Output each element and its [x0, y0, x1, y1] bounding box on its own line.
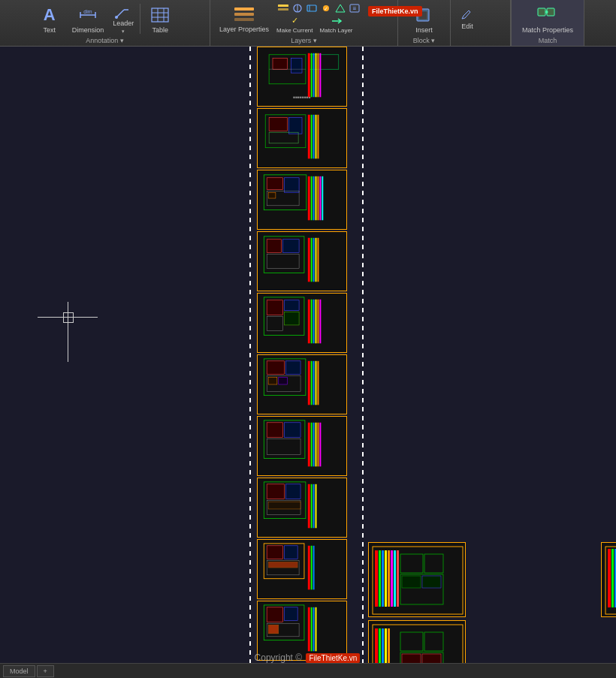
table-label: Table [152, 26, 169, 34]
floor-plan-6 [257, 354, 347, 414]
svg-rect-131 [313, 546, 315, 590]
edit-icon [458, 8, 476, 23]
svg-rect-42 [316, 53, 317, 98]
svg-rect-11 [234, 8, 254, 11]
text-icon: A [38, 4, 62, 26]
edit-button[interactable]: Edit [455, 6, 479, 32]
text-button[interactable]: A Text [33, 1, 66, 37]
svg-rect-110 [316, 423, 317, 467]
dashed-line-left [249, 47, 251, 678]
svg-line-28 [469, 11, 470, 12]
svg-rect-15 [278, 8, 288, 11]
layer-icon-1[interactable] [276, 2, 290, 14]
dashed-line-right [362, 47, 364, 678]
svg-rect-120 [311, 484, 313, 529]
svg-rect-101 [317, 361, 319, 405]
layer-icon-5[interactable] [334, 2, 347, 14]
work-area: ■■■■■■■■ [0, 47, 616, 678]
model-tab[interactable]: Model [3, 665, 35, 677]
dimension-button[interactable]: dim Dimension [68, 1, 109, 37]
match-label: Match Properties [522, 26, 573, 34]
svg-rect-99 [313, 361, 315, 405]
layers-top-row: Layer Properties ✓ [215, 0, 361, 36]
svg-rect-155 [402, 576, 421, 588]
svg-rect-139 [311, 607, 313, 652]
layer-icon-4[interactable]: ✓ [319, 2, 333, 14]
layer-properties-label: Layer Properties [219, 26, 269, 33]
block-label: Block ▾ [398, 37, 450, 44]
svg-rect-60 [268, 192, 276, 198]
svg-rect-98 [311, 361, 313, 405]
match-layer-button[interactable]: Match Layer [320, 15, 353, 34]
svg-rect-48 [288, 118, 302, 134]
svg-rect-138 [308, 607, 310, 652]
svg-rect-116 [286, 484, 301, 499]
svg-rect-57 [267, 178, 282, 190]
dimension-icon: dim [76, 4, 100, 26]
svg-rect-95 [268, 377, 277, 384]
svg-rect-151 [397, 550, 399, 607]
layer-properties-button[interactable]: Layer Properties [215, 0, 273, 36]
svg-rect-52 [313, 115, 315, 159]
svg-rect-135 [285, 607, 298, 621]
svg-rect-130 [311, 546, 313, 590]
cad-canvas[interactable]: ■■■■■■■■ [0, 47, 616, 678]
svg-text:✓: ✓ [324, 6, 328, 11]
match-properties-icon [536, 4, 560, 26]
svg-rect-144 [375, 550, 378, 607]
edit-row: Edit [455, 6, 479, 32]
svg-rect-77 [317, 238, 319, 282]
table-button[interactable]: Table [143, 1, 177, 37]
layer-icon-3[interactable] [305, 2, 319, 14]
layer-icons-group: ✓ ≡ ✓ [276, 2, 361, 34]
layer-icon-2[interactable] [291, 2, 304, 14]
svg-rect-12 [234, 13, 254, 16]
floor-plans-column: ■■■■■■■■ [257, 47, 355, 662]
logo-text: FileThietKe.vn [372, 8, 418, 15]
match-properties-button[interactable]: Match Properties [518, 2, 578, 35]
edit-label: Edit [461, 23, 473, 30]
svg-rect-67 [322, 176, 323, 220]
leader-button[interactable]: Leader [110, 3, 137, 29]
svg-text:dim: dim [83, 9, 92, 14]
svg-rect-62 [311, 176, 313, 220]
svg-rect-41 [313, 53, 315, 98]
floor-plan-4 [257, 231, 347, 291]
leader-label: Leader [113, 20, 134, 27]
svg-rect-160 [611, 549, 614, 607]
svg-rect-89 [319, 300, 321, 344]
svg-rect-66 [319, 176, 321, 220]
make-current-button[interactable]: ✓ Make Current [276, 15, 313, 34]
svg-rect-125 [267, 546, 282, 559]
floor-plan-1: ■■■■■■■■ [257, 47, 347, 107]
svg-rect-150 [394, 550, 396, 607]
main-toolbar: A Text dim Dimension [0, 0, 616, 47]
leader-group: Leader ▾ [110, 3, 137, 35]
svg-rect-141 [316, 607, 317, 652]
svg-point-5 [115, 16, 118, 19]
annotation-label: Annotation ▾ [0, 37, 210, 44]
svg-rect-47 [269, 118, 287, 131]
svg-rect-147 [385, 550, 387, 607]
svg-rect-75 [313, 238, 315, 282]
match-section-label: Match [512, 37, 584, 44]
svg-rect-121 [313, 484, 315, 529]
leader-dropdown-arrow[interactable]: ▾ [122, 29, 125, 35]
svg-rect-134 [267, 607, 282, 622]
svg-rect-119 [308, 484, 310, 529]
svg-rect-44 [319, 53, 321, 98]
floor-plan-3 [257, 170, 347, 230]
separator-1 [140, 4, 140, 34]
layer-icon-6[interactable]: ≡ [348, 2, 361, 14]
svg-rect-65 [317, 176, 319, 220]
svg-rect-61 [308, 176, 310, 220]
svg-rect-80 [267, 300, 282, 315]
make-current-icon: ✓ [288, 15, 301, 27]
svg-rect-109 [313, 423, 315, 467]
svg-rect-82 [285, 312, 300, 325]
svg-rect-14 [278, 5, 288, 7]
floor-plan-7 [257, 416, 347, 476]
svg-rect-105 [285, 423, 300, 438]
add-tab[interactable]: + [37, 665, 54, 677]
svg-rect-122 [316, 484, 317, 529]
